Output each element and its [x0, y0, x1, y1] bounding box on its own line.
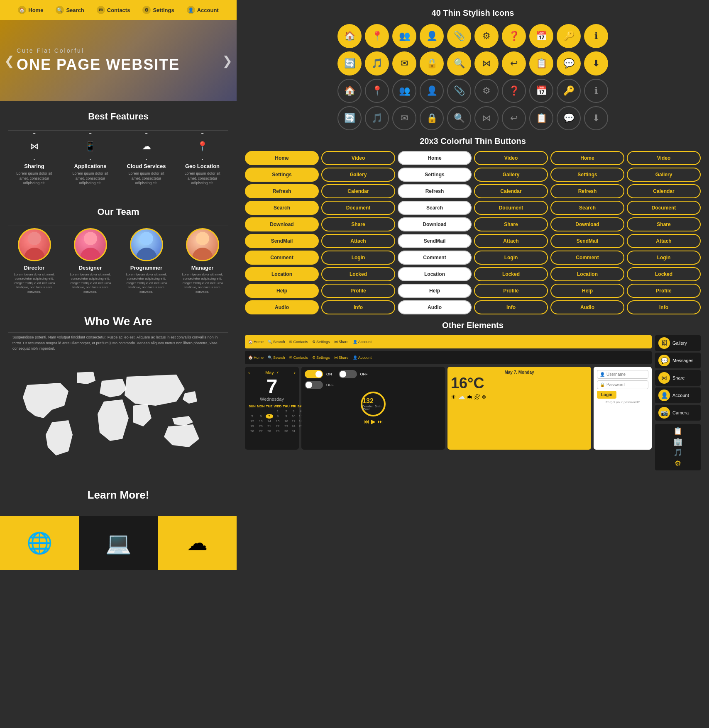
mini-nav-dark-settings[interactable]: ⚙ Settings [312, 355, 330, 360]
cal-next[interactable]: › [294, 370, 296, 375]
btn-location-1[interactable]: Location [245, 267, 319, 281]
cal-day-26[interactable]: 26 [248, 429, 256, 433]
hero-prev-button[interactable]: ❮ [4, 53, 15, 68]
icon-mail[interactable]: ✉ [392, 51, 416, 75]
btn-refresh-1[interactable]: Refresh [245, 184, 319, 198]
icon-key-outline[interactable]: 🔑 [557, 79, 581, 103]
cal-day-21[interactable]: 21 [266, 424, 273, 429]
icon-home-outline[interactable]: 🏠 [337, 79, 362, 103]
btn-profile-1[interactable]: Profile [321, 284, 395, 298]
btn-locked-2[interactable]: Locked [474, 267, 548, 281]
btn-sendmail-3[interactable]: SendMail [550, 234, 624, 248]
cal-day-9[interactable]: 9 [282, 414, 290, 419]
btn-search-3[interactable]: Search [550, 201, 624, 215]
cal-day-17[interactable]: 17 [291, 419, 297, 424]
cal-day-7[interactable]: 7 [266, 414, 273, 419]
btn-login-1[interactable]: Login [321, 251, 395, 265]
btn-download-1[interactable]: Download [245, 217, 319, 231]
btn-download-2[interactable]: Download [398, 217, 472, 231]
cal-day-5[interactable]: 5 [248, 414, 256, 419]
btn-help-2[interactable]: Help [398, 284, 472, 298]
mini-nav-settings[interactable]: ⚙ Settings [312, 340, 330, 344]
cal-day-10[interactable]: 10 [291, 414, 297, 419]
btn-video-1[interactable]: Video [321, 151, 395, 165]
icon-attach[interactable]: 📎 [447, 24, 471, 48]
icon-comment-outline[interactable]: 💬 [557, 106, 581, 130]
cal-day-14[interactable]: 14 [266, 419, 273, 424]
icon-settings[interactable]: ⚙ [474, 24, 499, 48]
icon-users[interactable]: 👥 [392, 24, 416, 48]
mini-nav-search[interactable]: 🔍 Search [268, 340, 285, 344]
btn-location-3[interactable]: Location [550, 267, 624, 281]
btn-info-2[interactable]: Info [474, 300, 548, 314]
btn-comment-1[interactable]: Comment [245, 251, 319, 265]
cal-day-23[interactable]: 23 [282, 424, 290, 429]
cal-day-19[interactable]: 19 [248, 424, 256, 429]
btn-audio-3[interactable]: Audio [550, 300, 624, 314]
icon-back[interactable]: ↩ [502, 51, 526, 75]
cal-day-30[interactable]: 30 [282, 429, 290, 433]
side-camera[interactable]: 📷 Camera [655, 405, 701, 421]
media-prev-icon[interactable]: ⏮ [364, 418, 369, 425]
hero-next-button[interactable]: ❯ [222, 53, 232, 68]
btn-settings-3[interactable]: Settings [550, 168, 624, 182]
toggle-off[interactable] [339, 370, 357, 378]
toggle-on[interactable] [305, 370, 323, 378]
btn-location-2[interactable]: Location [398, 267, 472, 281]
icon-attach-outline[interactable]: 📎 [447, 79, 471, 103]
cal-day-8[interactable]: 8 [274, 414, 282, 419]
media-next-icon[interactable]: ⏭ [377, 418, 383, 425]
cal-day-3[interactable]: 3 [291, 409, 297, 414]
btn-document-1[interactable]: Document [321, 201, 395, 215]
btn-search-1[interactable]: Search [245, 201, 319, 215]
mini-nav-dark-search[interactable]: 🔍 Search [268, 355, 285, 360]
btn-gallery-2[interactable]: Gallery [474, 168, 548, 182]
icon-music-outline[interactable]: 🎵 [365, 106, 389, 130]
icon-location-outline[interactable]: 📍 [365, 79, 389, 103]
btn-info-3[interactable]: Info [627, 300, 701, 314]
building-icon[interactable]: 🏢 [673, 437, 682, 446]
icon-info-outline[interactable]: ℹ [584, 79, 608, 103]
btn-sendmail-2[interactable]: SendMail [398, 234, 472, 248]
cal-day-28[interactable]: 28 [266, 429, 273, 433]
btn-settings-1[interactable]: Settings [245, 168, 319, 182]
cal-day-16[interactable]: 16 [282, 419, 290, 424]
side-share[interactable]: ⋈ Share [655, 370, 701, 386]
mini-nav-home[interactable]: 🏠 Home [248, 340, 264, 344]
media-play-icon[interactable]: ▶ [371, 418, 376, 425]
icon-users-outline[interactable]: 👥 [392, 79, 416, 103]
btn-calendar-1[interactable]: Calendar [321, 184, 395, 198]
cal-prev[interactable]: ‹ [248, 370, 250, 375]
icon-calendar[interactable]: 📅 [529, 24, 553, 48]
cal-day-13[interactable]: 13 [257, 419, 265, 424]
icon-download[interactable]: ⬇ [584, 51, 608, 75]
side-messages[interactable]: 💬 Messages [655, 353, 701, 368]
cal-day-24[interactable]: 24 [291, 424, 297, 429]
icon-user-outline[interactable]: 👤 [420, 79, 444, 103]
btn-share-2[interactable]: Share [474, 217, 548, 231]
icon-comment[interactable]: 💬 [557, 51, 581, 75]
nav-search[interactable]: 🔍 Search [56, 6, 84, 14]
mini-nav-dark-contacts[interactable]: ✉ Contacts [289, 355, 308, 360]
mini-nav-dark-home[interactable]: 🏠 Home [248, 355, 264, 360]
nav-home[interactable]: 🏠 Home [18, 6, 43, 14]
mini-nav-account[interactable]: 👤 Account [353, 340, 372, 344]
btn-document-2[interactable]: Document [474, 201, 548, 215]
btn-info-1[interactable]: Info [321, 300, 395, 314]
icon-music[interactable]: 🎵 [365, 51, 389, 75]
icon-back-outline[interactable]: ↩ [502, 106, 526, 130]
login-button[interactable]: Login [597, 391, 616, 399]
icon-share[interactable]: ⋈ [474, 51, 499, 75]
icon-search[interactable]: 🔍 [447, 51, 471, 75]
cal-day-12[interactable]: 12 [248, 419, 256, 424]
btn-settings-2[interactable]: Settings [398, 168, 472, 182]
btn-comment-2[interactable]: Comment [398, 251, 472, 265]
icon-document[interactable]: 📋 [529, 51, 553, 75]
btn-share-1[interactable]: Share [321, 217, 395, 231]
btn-video-3[interactable]: Video [627, 151, 701, 165]
icon-info[interactable]: ℹ [584, 24, 608, 48]
icon-home[interactable]: 🏠 [337, 24, 362, 48]
icon-help-outline[interactable]: ❓ [502, 79, 526, 103]
btn-attach-2[interactable]: Attach [474, 234, 548, 248]
btn-attach-1[interactable]: Attach [321, 234, 395, 248]
